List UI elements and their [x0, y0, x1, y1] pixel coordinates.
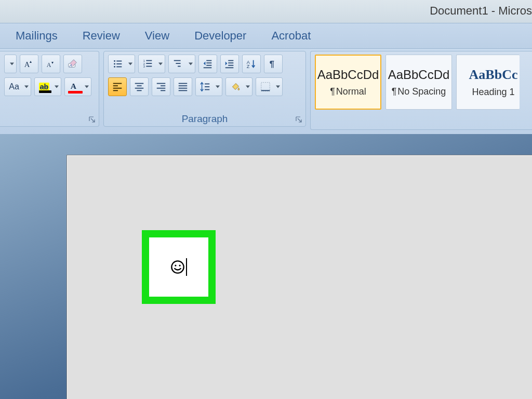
text-cursor — [186, 258, 187, 276]
eraser-icon: A — [67, 58, 78, 70]
highlight-color-button[interactable]: ab — [34, 77, 61, 96]
svg-text:3: 3 — [143, 65, 145, 68]
svg-text:A: A — [47, 61, 51, 69]
svg-rect-24 — [206, 65, 211, 66]
svg-text:A: A — [69, 63, 73, 68]
svg-rect-45 — [179, 83, 188, 84]
multilevel-icon — [172, 58, 184, 70]
align-left-button[interactable] — [108, 77, 127, 96]
svg-rect-27 — [228, 62, 233, 63]
svg-rect-34 — [113, 85, 118, 86]
svg-rect-51 — [205, 89, 209, 90]
style-no-spacing-preview: AaBbCcDd — [388, 68, 450, 82]
increase-indent-button[interactable] — [220, 55, 239, 73]
tab-acrobat[interactable]: Acrobat — [271, 29, 311, 43]
numbering-button[interactable]: 1 2 3 — [138, 55, 165, 73]
svg-rect-33 — [113, 83, 122, 84]
ribbon-group-font: A ▴ A ▾ A — [0, 51, 99, 127]
style-normal[interactable]: AaBbCcDd ¶Normal — [315, 55, 381, 110]
bullets-icon — [112, 58, 124, 70]
svg-rect-28 — [228, 65, 233, 66]
svg-rect-22 — [206, 60, 211, 61]
svg-text:A: A — [71, 82, 77, 90]
multilevel-list-button[interactable] — [168, 55, 195, 73]
font-color-button[interactable]: A — [64, 77, 91, 96]
shrink-font-button[interactable]: A ▾ — [42, 55, 60, 73]
tab-view[interactable]: View — [145, 29, 169, 43]
svg-rect-10 — [116, 63, 122, 64]
paragraph-group-label: Paragraph — [182, 113, 228, 125]
ribbon-group-paragraph: 1 2 3 — [103, 51, 306, 127]
paint-bucket-icon — [230, 81, 241, 92]
tab-review[interactable]: Review — [83, 29, 120, 43]
svg-rect-38 — [137, 85, 141, 86]
clear-formatting-button[interactable]: A — [63, 55, 82, 73]
line-spacing-icon — [200, 81, 211, 92]
align-right-icon — [155, 81, 167, 92]
shading-button[interactable] — [225, 77, 252, 96]
svg-rect-35 — [113, 88, 122, 89]
borders-icon — [260, 81, 271, 92]
svg-rect-37 — [135, 83, 144, 84]
svg-point-55 — [175, 264, 176, 266]
svg-rect-21 — [178, 66, 181, 67]
align-right-button[interactable] — [152, 77, 170, 96]
grow-font-button[interactable]: A ▴ — [20, 55, 38, 73]
svg-rect-16 — [146, 63, 152, 64]
bullets-button[interactable] — [108, 55, 135, 73]
svg-rect-49 — [205, 84, 209, 85]
shrink-font-icon: A ▾ — [45, 58, 57, 70]
svg-rect-18 — [146, 66, 152, 67]
svg-rect-41 — [157, 83, 166, 84]
svg-rect-23 — [206, 62, 211, 63]
borders-button[interactable] — [256, 77, 283, 96]
svg-rect-25 — [204, 67, 212, 68]
justify-button[interactable] — [174, 77, 192, 96]
svg-point-9 — [114, 63, 115, 65]
align-center-button[interactable] — [130, 77, 149, 96]
svg-rect-50 — [205, 86, 209, 87]
document-page[interactable] — [66, 155, 532, 399]
svg-rect-43 — [157, 88, 166, 89]
svg-text:▾: ▾ — [51, 60, 54, 65]
svg-rect-26 — [228, 60, 233, 61]
highlight-label: ab — [39, 83, 49, 91]
svg-rect-36 — [113, 90, 118, 91]
ribbon-tabstrip: Mailings Review View Developer Acrobat — [0, 23, 532, 49]
sort-icon: A Z — [246, 58, 257, 70]
titlebar: Document1 - Micros — [0, 0, 532, 23]
svg-rect-8 — [116, 61, 122, 62]
svg-text:▴: ▴ — [30, 59, 32, 64]
svg-point-56 — [179, 264, 180, 266]
svg-point-7 — [114, 60, 115, 62]
svg-rect-20 — [176, 63, 180, 64]
document-area — [0, 134, 532, 399]
pilcrow-icon: ¶ — [268, 58, 279, 70]
font-size-dropdown[interactable] — [4, 55, 17, 73]
change-case-button[interactable]: Aa — [4, 77, 31, 96]
decrease-indent-icon — [202, 58, 214, 70]
tab-developer[interactable]: Developer — [194, 29, 246, 43]
svg-rect-44 — [161, 90, 165, 91]
tab-mailings[interactable]: Mailings — [16, 29, 58, 43]
change-case-label: Aa — [9, 82, 19, 91]
svg-rect-46 — [179, 85, 188, 86]
svg-point-54 — [171, 261, 183, 273]
sort-button[interactable]: A Z — [242, 55, 261, 73]
svg-rect-52 — [261, 83, 270, 91]
svg-rect-19 — [174, 60, 181, 61]
decrease-indent-button[interactable] — [198, 55, 217, 73]
style-no-spacing[interactable]: AaBbCcDd ¶No Spacing — [385, 55, 452, 110]
style-no-spacing-name: ¶No Spacing — [392, 86, 446, 97]
tutorial-highlight — [142, 230, 216, 304]
style-normal-name: ¶Normal — [330, 86, 366, 97]
svg-text:Z: Z — [247, 64, 250, 69]
paragraph-group-launcher[interactable] — [295, 116, 302, 123]
style-heading1-preview: AaBbCc — [469, 67, 518, 83]
ribbon-group-styles: AaBbCcDd ¶Normal AaBbCcDd ¶No Spacing Aa… — [310, 51, 532, 130]
line-spacing-button[interactable] — [195, 77, 222, 96]
font-group-launcher[interactable] — [88, 116, 96, 123]
style-heading1[interactable]: AaBbCc Heading 1 — [456, 55, 520, 110]
word-window: Document1 - Micros Mailings Review View … — [0, 0, 532, 399]
show-hide-paragraph-button[interactable]: ¶ — [264, 55, 283, 73]
